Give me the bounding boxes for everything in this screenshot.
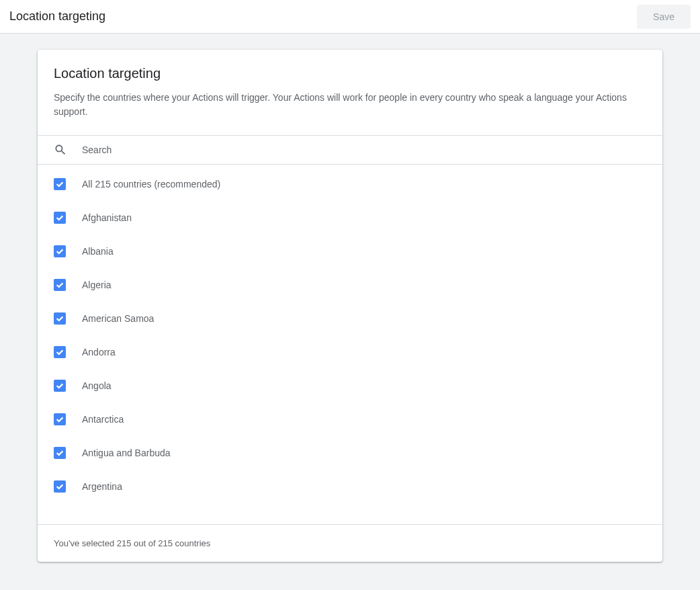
- checkbox[interactable]: [54, 480, 66, 493]
- search-input[interactable]: [82, 144, 646, 155]
- country-item[interactable]: Antarctica: [38, 403, 662, 436]
- country-item[interactable]: Albania: [38, 235, 662, 268]
- page-header: Location targeting Save: [0, 0, 700, 34]
- checkbox[interactable]: [54, 312, 66, 325]
- search-icon: [54, 143, 67, 157]
- country-label: Andorra: [82, 347, 116, 357]
- country-label: American Samoa: [82, 313, 154, 324]
- checkbox[interactable]: [54, 279, 66, 291]
- country-item[interactable]: All 215 countries (recommended): [38, 167, 662, 201]
- country-list[interactable]: All 215 countries (recommended)Afghanist…: [38, 165, 662, 524]
- card-description: Specify the countries where your Actions…: [54, 91, 646, 119]
- checkbox[interactable]: [54, 245, 66, 257]
- save-button[interactable]: Save: [637, 5, 691, 29]
- country-label: Albania: [82, 246, 114, 257]
- location-card: Location targeting Specify the countries…: [38, 50, 662, 562]
- page-title: Location targeting: [9, 9, 105, 24]
- country-item[interactable]: Antigua and Barbuda: [38, 436, 662, 470]
- country-label: Afghanistan: [82, 212, 132, 223]
- checkbox[interactable]: [54, 413, 66, 425]
- country-label: Antigua and Barbuda: [82, 448, 171, 458]
- country-label: Angola: [82, 380, 112, 391]
- selection-status: You've selected 215 out of 215 countries: [38, 524, 662, 562]
- card-header: Location targeting Specify the countries…: [38, 50, 662, 135]
- country-item[interactable]: Afghanistan: [38, 201, 662, 235]
- country-item[interactable]: American Samoa: [38, 302, 662, 335]
- content-wrapper: Location targeting Specify the countries…: [0, 34, 700, 578]
- country-label: All 215 countries (recommended): [82, 179, 220, 189]
- country-item[interactable]: Andorra: [38, 335, 662, 369]
- country-label: Algeria: [82, 280, 112, 290]
- country-item[interactable]: Argentina: [38, 470, 662, 503]
- checkbox[interactable]: [54, 380, 66, 392]
- checkbox[interactable]: [54, 178, 66, 190]
- country-item[interactable]: Angola: [38, 369, 662, 403]
- checkbox[interactable]: [54, 212, 66, 224]
- search-bar: [38, 135, 662, 165]
- checkbox[interactable]: [54, 447, 66, 459]
- country-item[interactable]: Algeria: [38, 268, 662, 302]
- country-label: Argentina: [82, 481, 122, 492]
- checkbox[interactable]: [54, 346, 66, 358]
- card-title: Location targeting: [54, 66, 646, 81]
- country-label: Antarctica: [82, 414, 124, 425]
